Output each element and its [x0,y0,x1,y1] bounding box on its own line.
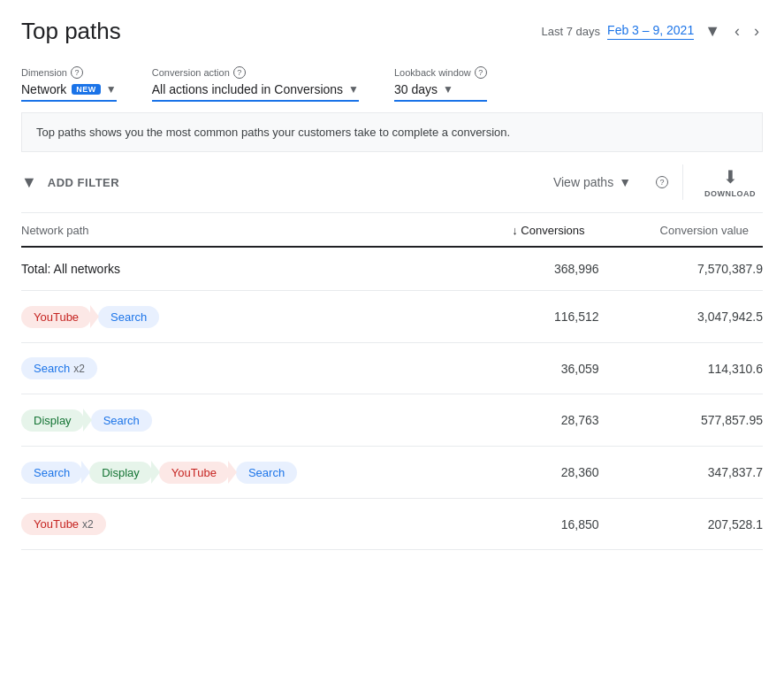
table-row: DisplaySearch28,763577,857.95 [21,394,763,447]
conversions-cell: 116,512 [461,291,599,343]
filter-left: ▼ ADD FILTER [21,173,119,192]
path-chip-display: Display [21,409,84,432]
path-chip-search: Search [98,306,159,328]
conversion-value-cell: 207,528.1 [599,499,763,550]
conversion-value-cell: 7,570,387.9 [599,247,763,291]
prev-date-button[interactable]: ‹ [731,19,743,44]
add-filter-button[interactable]: ADD FILTER [48,176,119,189]
path-chip-youtube: YouTube [159,462,229,484]
path-chips: Search x2 [21,357,461,379]
dimension-dropdown[interactable]: Network NEW ▼ [21,82,117,102]
lookback-label: Lookback window ? [394,66,487,79]
new-badge: NEW [72,84,101,95]
dimension-label: Dimension ? [21,66,117,79]
date-label: Last 7 days [542,25,601,38]
path-cell: SearchDisplayYouTubeSearch [21,447,461,499]
path-chip-youtube: YouTube x2 [21,513,106,535]
path-chip-search: Search [21,462,82,484]
path-chip-search: Search x2 [21,357,97,379]
nav-arrows: ▼ ‹ › [701,19,763,44]
path-chips: YouTubeSearch [21,305,461,328]
path-cell: YouTubeSearch [21,291,461,343]
date-range: Last 7 days Feb 3 – 9, 2021 ▼ ‹ › [542,19,763,44]
sort-arrow: ↓ [512,224,521,237]
lookback-dropdown[interactable]: 30 days ▼ [394,82,487,102]
conversion-value: All actions included in Conversions [152,82,343,96]
conversion-help-icon[interactable]: ? [233,66,246,79]
data-table: Network path ↓ Conversions Conversion va… [21,213,763,550]
page-title: Top paths [21,18,121,45]
path-chip-search: Search [91,409,152,432]
page: Top paths Last 7 days Feb 3 – 9, 2021 ▼ … [0,0,784,571]
chip-count: x2 [73,363,85,375]
next-date-button[interactable]: › [750,19,763,44]
conversions-cell: 36,059 [461,343,599,394]
conversion-dropdown[interactable]: All actions included in Conversions ▼ [152,82,359,102]
download-button[interactable]: ⬇ DOWNLOAD [697,163,763,202]
chip-arrow [81,461,90,484]
divider [682,164,683,200]
download-label: DOWNLOAD [704,189,756,198]
lookback-help-icon[interactable]: ? [475,66,487,79]
conversion-chevron: ▼ [348,83,359,96]
table-row: YouTube x216,850207,528.1 [21,499,763,550]
table-header-row: Network path ↓ Conversions Conversion va… [21,213,763,247]
path-chips: YouTube x2 [21,513,461,535]
col-path-header: Network path [21,213,461,247]
date-dropdown-icon[interactable]: ▼ [701,19,724,44]
dimension-control: Dimension ? Network NEW ▼ [21,66,117,102]
lookback-chevron: ▼ [443,83,453,96]
table-row: Total: All networks368,9967,570,387.9 [21,247,763,291]
view-paths-chevron: ▼ [619,175,631,189]
view-paths-label: View paths [553,175,613,189]
conversion-value-cell: 114,310.6 [599,343,763,394]
path-chips: SearchDisplayYouTubeSearch [21,461,461,484]
path-cell: Search x2 [21,343,461,394]
download-icon: ⬇ [723,166,738,187]
view-paths-help-icon[interactable]: ? [656,176,668,188]
col-conversions-header[interactable]: ↓ Conversions [461,213,599,247]
conversions-cell: 16,850 [461,499,599,550]
dimension-value: Network [21,82,66,96]
conversion-label: Conversion action ? [152,66,359,79]
chip-count: x2 [82,518,94,531]
col-conversion-value-header: Conversion value [599,213,763,247]
chip-arrow [90,305,99,328]
conversions-cell: 28,763 [461,394,599,447]
date-value[interactable]: Feb 3 – 9, 2021 [607,23,694,40]
dimension-chevron: ▼ [106,83,117,96]
conversion-value-cell: 347,837.7 [599,447,763,499]
path-chip-search: Search [236,462,297,484]
path-cell: Total: All networks [21,247,461,291]
conversions-cell: 28,360 [461,447,599,499]
lookback-control: Lookback window ? 30 days ▼ [394,66,487,102]
controls-row: Dimension ? Network NEW ▼ Conversion act… [21,66,763,113]
header: Top paths Last 7 days Feb 3 – 9, 2021 ▼ … [21,18,763,45]
chip-arrow [151,461,160,484]
table-row: SearchDisplayYouTubeSearch28,360347,837.… [21,447,763,499]
filter-bar: ▼ ADD FILTER View paths ▼ ? ⬇ DOWNLOAD [21,152,763,213]
conversions-cell: 368,996 [461,247,599,291]
path-cell: YouTube x2 [21,499,461,550]
conversion-action-control: Conversion action ? All actions included… [152,66,359,102]
table-row: YouTubeSearch116,5123,047,942.5 [21,291,763,343]
conversion-value-cell: 577,857.95 [599,394,763,447]
path-chips: DisplaySearch [21,409,461,432]
lookback-value: 30 days [394,82,438,96]
chip-arrow [83,409,92,432]
conversion-value-cell: 3,047,942.5 [599,291,763,343]
chip-arrow [228,461,237,484]
info-banner: Top paths shows you the most common path… [21,113,763,152]
filter-right: View paths ▼ ? ⬇ DOWNLOAD [543,163,763,202]
path-chip-youtube: YouTube [21,306,91,328]
table-row: Search x236,059114,310.6 [21,343,763,394]
dimension-help-icon[interactable]: ? [71,66,83,79]
path-chip-display: Display [89,462,152,484]
view-paths-button[interactable]: View paths ▼ [543,170,642,195]
filter-icon: ▼ [21,173,37,192]
path-cell: DisplaySearch [21,394,461,447]
